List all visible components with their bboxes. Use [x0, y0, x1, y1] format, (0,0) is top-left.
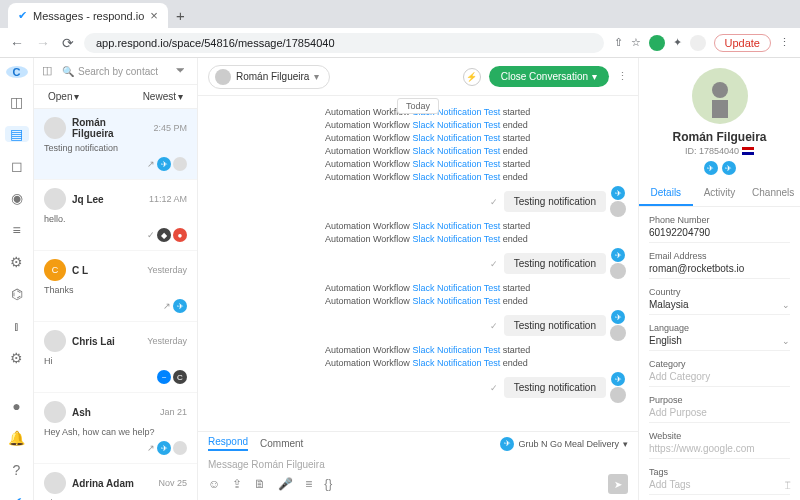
log-entry: Automation Workflow Slack Notification T…: [210, 221, 626, 231]
language-field[interactable]: English⌄: [649, 335, 790, 351]
comment-tab[interactable]: Comment: [260, 438, 303, 449]
nav-rail: C ◫ ▤ ◻ ◉ ≡ ⚙ ⌬ ⫾ ⚙ ● 🔔 ? ✔: [0, 58, 34, 500]
category-field[interactable]: Add Category: [649, 371, 790, 387]
reload-icon[interactable]: ⟳: [62, 35, 74, 51]
email-field[interactable]: roman@rocketbots.io: [649, 263, 790, 279]
help-icon[interactable]: ?: [8, 462, 26, 478]
telegram-icon: ✈: [173, 299, 187, 313]
variable-icon[interactable]: {}: [324, 477, 332, 491]
extension-icon[interactable]: [649, 35, 665, 51]
log-entry: Automation Workflow Slack Notification T…: [210, 159, 626, 169]
workflow-icon[interactable]: ⚙: [8, 254, 26, 270]
conversation-item[interactable]: Jq Lee11:12 AM hello. ✓◆●: [34, 180, 197, 251]
purpose-field[interactable]: Add Purpose: [649, 407, 790, 423]
address-bar[interactable]: app.respond.io/space/54816/message/17854…: [84, 33, 604, 53]
message-input[interactable]: [208, 455, 628, 474]
reports-icon[interactable]: ⫾: [8, 318, 26, 334]
tab-activity[interactable]: Activity: [693, 181, 747, 206]
outgoing-message: ✓Testing notification✈: [210, 310, 626, 341]
conversation-item[interactable]: Adrina AdamNov 25 Hi ✓~: [34, 464, 197, 500]
browser-toolbar: ← → ⟳ app.respond.io/space/54816/message…: [0, 28, 800, 58]
broadcast-icon[interactable]: ◉: [8, 190, 26, 206]
close-conversation-button[interactable]: Close Conversation ▾: [489, 66, 609, 87]
assignee-selector[interactable]: Román Filgueira▾: [208, 65, 330, 89]
panel-icon[interactable]: ◫: [42, 64, 56, 78]
log-entry: Automation Workflow Slack Notification T…: [210, 133, 626, 143]
extensions-icon[interactable]: ✦: [673, 36, 682, 49]
tags-field[interactable]: Add Tags⌶: [649, 479, 790, 495]
new-tab-button[interactable]: +: [168, 3, 193, 28]
telegram-icon[interactable]: ✈: [704, 161, 718, 175]
contacts-icon[interactable]: ◻: [8, 158, 26, 174]
profile-icon[interactable]: [690, 35, 706, 51]
telegram-icon: ✈: [157, 441, 171, 455]
search-input[interactable]: 🔍 Search by contact: [62, 66, 169, 77]
emoji-icon[interactable]: ☺: [208, 477, 220, 491]
snippet-icon[interactable]: ≡: [305, 477, 312, 491]
composer: Respond Comment ✈Grub N Go Meal Delivery…: [198, 431, 638, 500]
mic-icon[interactable]: 🎤: [278, 477, 293, 491]
channel-icon: C: [173, 370, 187, 384]
country-field[interactable]: Malaysia⌄: [649, 299, 790, 315]
telegram-icon: ✈: [157, 157, 171, 171]
contact-name: Román Filgueira: [672, 130, 766, 144]
send-button[interactable]: ➤: [608, 474, 628, 494]
messages-icon[interactable]: ▤: [5, 126, 29, 142]
outgoing-message: ✓Testing notification✈: [210, 372, 626, 403]
forward-icon[interactable]: →: [36, 35, 50, 51]
log-entry: Automation Workflow Slack Notification T…: [210, 172, 626, 182]
settings-icon[interactable]: ⚙: [8, 350, 26, 366]
dashboard-icon[interactable]: ◫: [8, 94, 26, 110]
conversation-item[interactable]: Román Filgueira2:45 PM Testing notificat…: [34, 109, 197, 180]
update-button[interactable]: Update: [714, 34, 771, 52]
log-entry: Automation Workflow Slack Notification T…: [210, 345, 626, 355]
notifications-icon[interactable]: 🔔: [8, 430, 26, 446]
workspace-avatar[interactable]: C: [6, 66, 28, 78]
log-entry: Automation Workflow Slack Notification T…: [210, 358, 626, 368]
shortcut-icon[interactable]: ⚡: [463, 68, 481, 86]
outgoing-message: ✓Testing notification✈: [210, 186, 626, 217]
filter-open[interactable]: Open ▾: [48, 91, 79, 102]
respond-tab[interactable]: Respond: [208, 436, 248, 451]
channel-icon: ●: [173, 228, 187, 242]
attach-icon[interactable]: ⇪: [232, 477, 242, 491]
flag-icon: [742, 147, 754, 155]
filter-icon[interactable]: ⏷: [175, 64, 189, 78]
outgoing-message: ✓Testing notification✈: [210, 248, 626, 279]
conversation-item[interactable]: Chris LaiYesterday Hi ~C: [34, 322, 197, 393]
contact-id: ID: 17854040: [685, 146, 754, 156]
conversation-item[interactable]: CC LYesterday Thanks ↗✈: [34, 251, 197, 322]
browser-tab[interactable]: ✔ Messages - respond.io ×: [8, 3, 168, 28]
contact-avatar: [692, 68, 748, 124]
channel-selector[interactable]: ✈Grub N Go Meal Delivery ▾: [500, 437, 628, 451]
share-icon[interactable]: ⇧: [614, 36, 623, 49]
org-icon[interactable]: ⌬: [8, 286, 26, 302]
log-entry: Automation Workflow Slack Notification T…: [210, 283, 626, 293]
telegram-icon[interactable]: ✈: [722, 161, 736, 175]
conversation-item[interactable]: AshJan 21 Hey Ash, how can we help? ↗✈: [34, 393, 197, 464]
presence-icon[interactable]: ●: [8, 398, 26, 414]
close-tab-icon[interactable]: ×: [150, 8, 158, 23]
conversation-list: ◫ 🔍 Search by contact ⏷ Open ▾ Newest ▾ …: [34, 58, 198, 500]
star-icon[interactable]: ☆: [631, 36, 641, 49]
filter-sort[interactable]: Newest ▾: [143, 91, 183, 102]
conversation-main: Román Filgueira▾ ⚡ Close Conversation ▾ …: [198, 58, 638, 500]
chevron-down-icon: ⌄: [782, 336, 790, 346]
menu-icon[interactable]: ⋮: [779, 36, 790, 49]
tab-title: Messages - respond.io: [33, 10, 144, 22]
search-icon: 🔍: [62, 66, 74, 77]
phone-field[interactable]: 60192204790: [649, 227, 790, 243]
log-entry: Automation Workflow Slack Notification T…: [210, 296, 626, 306]
tab-details[interactable]: Details: [639, 181, 693, 206]
log-entry: Automation Workflow Slack Notification T…: [210, 120, 626, 130]
messenger-icon: ~: [157, 370, 171, 384]
channel-icon: ◆: [157, 228, 171, 242]
website-field[interactable]: https://www.google.com: [649, 443, 790, 459]
tab-channels[interactable]: Channels: [746, 181, 800, 206]
cursor-icon: ⌶: [785, 480, 790, 490]
file-icon[interactable]: 🗎: [254, 477, 266, 491]
more-icon[interactable]: ⋮: [617, 70, 628, 83]
log-entry: Automation Workflow Slack Notification T…: [210, 146, 626, 156]
list-icon[interactable]: ≡: [8, 222, 26, 238]
back-icon[interactable]: ←: [10, 35, 24, 51]
